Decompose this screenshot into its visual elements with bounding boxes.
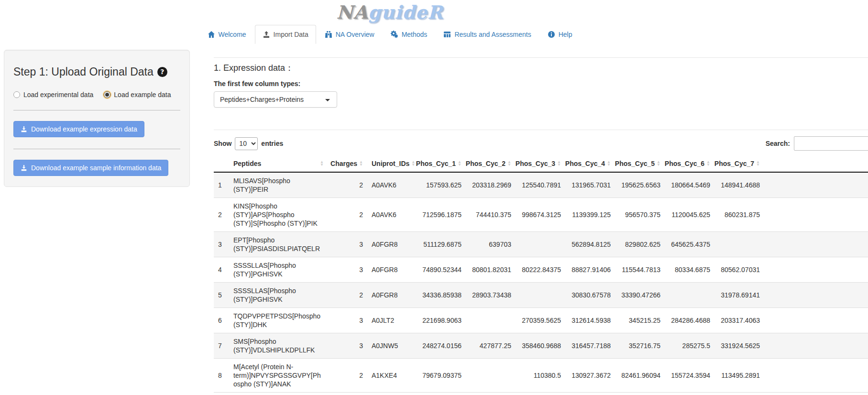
column-header-phos_cyc_6[interactable]: Phos_Cyc_6▲▼: [665, 155, 714, 172]
value-cell: 860231.875: [714, 198, 764, 232]
app-logo: NAguideR: [0, 2, 780, 23]
filler-cell: [764, 283, 868, 308]
value-cell: 80334.6875: [665, 257, 714, 283]
value-cell: 345215.25: [615, 308, 665, 333]
value-cell: 285275.5: [665, 333, 714, 359]
column-header-label: Phos_Cyc_6: [665, 160, 704, 167]
value-cell: 115544.7813: [615, 257, 665, 283]
radio-icon: [104, 91, 110, 98]
page-length-select[interactable]: 10: [235, 137, 258, 150]
search-label: Search:: [766, 140, 790, 147]
value-cell: 639703: [466, 232, 516, 257]
app-header: NAguideR Welcome Import Data NA Overview…: [0, 0, 780, 44]
value-cell: 316457.7188: [565, 333, 615, 359]
search-input[interactable]: [794, 136, 868, 151]
charge-cell: 3: [328, 257, 367, 283]
row-number: 3: [214, 232, 229, 257]
show-label: Show: [214, 140, 231, 147]
table-row[interactable]: 2KINS[Phospho (STY)]APS[Phospho (STY)]S[…: [214, 198, 868, 232]
column-header-phos_cyc_7[interactable]: Phos_Cyc_7▲▼: [714, 155, 764, 172]
table-row[interactable]: 3EPT[Phospho (STY)]PSIASDISLPIATQELR3A0F…: [214, 232, 868, 257]
value-cell: 1139399.125: [565, 198, 615, 232]
value-cell: [466, 359, 516, 393]
value-cell: 157593.625: [416, 172, 466, 198]
expression-data-table: Peptides▲▼Charges▲▼Uniprot_IDs▲▼Phos_Cyc…: [214, 155, 868, 393]
column-types-select[interactable]: Peptides+Charges+Proteins: [214, 91, 337, 108]
divider: [214, 130, 868, 130]
table-header-row: Peptides▲▼Charges▲▼Uniprot_IDs▲▼Phos_Cyc…: [214, 155, 868, 172]
value-cell: 195625.6563: [615, 172, 665, 198]
column-header-label: Phos_Cyc_2: [466, 160, 505, 167]
table-row[interactable]: 7SMS[Phospho (STY)]VDLSHIPLKDPLLFK3A0JNW…: [214, 333, 868, 359]
divider: [13, 110, 180, 110]
tab-methods[interactable]: Methods: [383, 25, 435, 44]
value-cell: 1120045.625: [665, 198, 714, 232]
download-sample-info-button[interactable]: Download example sample information data: [13, 160, 168, 176]
value-cell: 284286.4688: [665, 308, 714, 333]
table-row[interactable]: 6TQDPVPPETPSDS[Phospho (STY)]DHK3A0JLT22…: [214, 308, 868, 333]
uniprot-cell: A0FGR8: [367, 257, 416, 283]
column-header-phos_cyc_3[interactable]: Phos_Cyc_3▲▼: [516, 155, 565, 172]
column-header-phos_cyc_1[interactable]: Phos_Cyc_1▲▼: [416, 155, 466, 172]
column-header-label: Phos_Cyc_5: [615, 160, 655, 167]
peptide-cell: SMS[Phospho (STY)]VDLSHIPLKDPLLFK: [229, 333, 328, 359]
table-row[interactable]: 1MLISAVS[Phospho (STY)]PEIR2A0AVK6157593…: [214, 172, 868, 198]
value-cell: 155724.3594: [665, 359, 714, 393]
value-cell: 80801.82031: [466, 257, 516, 283]
rownum-header: [214, 155, 229, 172]
charge-cell: 2: [328, 359, 367, 393]
divider: [214, 57, 868, 58]
table-row[interactable]: 8M[Acetyl (Protein N-term)]NPVYSPGSSGVPY…: [214, 359, 868, 393]
value-cell: 352716.75: [615, 333, 665, 359]
value-cell: 131965.7031: [565, 172, 615, 198]
column-header-phos_cyc_2[interactable]: Phos_Cyc_2▲▼: [466, 155, 516, 172]
tab-help[interactable]: Help: [540, 25, 580, 44]
row-number: 5: [214, 283, 229, 308]
uniprot-cell: A0AVK6: [367, 198, 416, 232]
radio-load-example[interactable]: Load example data: [104, 91, 171, 99]
column-header-charges[interactable]: Charges▲▼: [328, 155, 367, 172]
tab-results-assessments[interactable]: Results and Assessments: [436, 25, 538, 44]
content-row: Step 1: Upload Original Data? Load exper…: [0, 50, 868, 393]
value-cell: 80562.07031: [714, 257, 764, 283]
peptide-cell: KINS[Phospho (STY)]APS[Phospho (STY)]S[P…: [229, 198, 328, 232]
table-row[interactable]: 5SSSSLLAS[Phospho (STY)]PGHISVK2A0FGR834…: [214, 283, 868, 308]
column-header-phos_cyc_4[interactable]: Phos_Cyc_4▲▼: [565, 155, 615, 172]
peptide-cell: SSSSLLAS[Phospho (STY)]PGHISVK: [229, 257, 328, 283]
question-circle-icon[interactable]: ?: [157, 67, 167, 77]
row-number: 4: [214, 257, 229, 283]
value-cell: 427877.25: [466, 333, 516, 359]
tab-na-overview[interactable]: NA Overview: [317, 25, 382, 44]
radio-load-experimental[interactable]: Load experimental data: [13, 91, 93, 99]
section-title: 1. Expression data：: [214, 62, 868, 74]
uniprot-cell: A0JNW5: [367, 333, 416, 359]
column-header-phos_cyc_5[interactable]: Phos_Cyc_5▲▼: [615, 155, 665, 172]
value-cell: [516, 232, 565, 257]
tab-label: Welcome: [219, 30, 246, 39]
filler-cell: [764, 359, 868, 393]
column-header-label: Uniprot_IDs: [372, 160, 409, 167]
charge-cell: 3: [328, 232, 367, 257]
page-length-control: Show 10 entries: [214, 137, 283, 150]
filler-cell: [764, 198, 868, 232]
value-cell: 562894.8125: [565, 232, 615, 257]
tab-label: Import Data: [274, 30, 308, 39]
download-expression-button[interactable]: Download example expression data: [13, 121, 144, 137]
tab-welcome[interactable]: Welcome: [200, 25, 254, 44]
value-cell: 331924.5625: [714, 333, 764, 359]
value-cell: [714, 232, 764, 257]
filler-cell: [764, 308, 868, 333]
main-panel: 1. Expression data： The first few column…: [214, 50, 868, 393]
value-cell: 30830.67578: [565, 283, 615, 308]
tab-import-data[interactable]: Import Data: [255, 25, 316, 44]
table-row[interactable]: 4SSSSLLAS[Phospho (STY)]PGHISVK3A0FGR874…: [214, 257, 868, 283]
value-cell: 125540.7891: [516, 172, 565, 198]
column-header-uniprot_ids[interactable]: Uniprot_IDs▲▼: [367, 155, 416, 172]
filler-cell: [764, 172, 868, 198]
value-cell: 221698.9063: [416, 308, 466, 333]
sort-icon: ▲▼: [458, 161, 461, 166]
column-header-label: Peptides: [233, 160, 261, 167]
upload-icon: [263, 31, 270, 38]
column-header-peptides[interactable]: Peptides▲▼: [229, 155, 328, 172]
value-cell: 28903.73438: [466, 283, 516, 308]
